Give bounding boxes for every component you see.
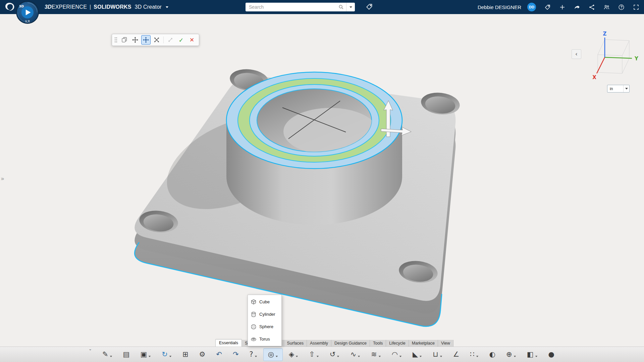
caret-down-icon (378, 356, 380, 357)
search-scope-dropdown[interactable] (346, 3, 355, 11)
toolbar-draft-button[interactable]: ∠ (448, 348, 464, 361)
avatar[interactable]: DD (527, 3, 536, 11)
chevron-down-icon[interactable] (166, 6, 168, 8)
confirm-button[interactable]: ✓ (176, 35, 186, 45)
user-name[interactable]: Debbie DESIGNER (478, 4, 521, 10)
axis-z-label: Z (603, 31, 607, 37)
caret-down-icon (358, 356, 360, 357)
menu-item-torus[interactable]: Torus (248, 333, 281, 345)
tag-icon[interactable] (366, 3, 373, 12)
sweep-icon: ∿ (350, 351, 356, 358)
share-nodes-icon[interactable] (588, 4, 595, 10)
toolbar-sketch-button[interactable]: ✎ (98, 348, 117, 361)
help-icon[interactable] (618, 4, 625, 10)
caret-down-icon (440, 356, 442, 357)
toolbar-redo-button[interactable]: ↷ (228, 348, 244, 361)
compass[interactable]: 3D V,R (16, 1, 39, 24)
view-triad[interactable]: Z Y X (592, 31, 639, 80)
product-name: SOLIDWORKS (94, 4, 131, 10)
search-input[interactable] (246, 4, 337, 10)
fillet-icon: ◠ (392, 351, 398, 358)
caret-down-icon (337, 356, 339, 357)
tab-marketplace[interactable]: Marketplace (409, 340, 438, 347)
toolbar-extrude-button[interactable]: ⇧ (304, 348, 324, 361)
toolbar-material-button[interactable]: ● (544, 348, 559, 361)
tab-tools[interactable]: Tools (370, 340, 386, 347)
share-icon[interactable] (574, 4, 580, 10)
toolbar-pattern-button[interactable]: ∷ (465, 348, 483, 361)
tag-icon[interactable] (544, 4, 551, 10)
menu-item-cylinder[interactable]: Cylinder (248, 308, 281, 320)
brand-divider: | (90, 4, 91, 10)
toolbar-export-button[interactable]: ⊞ (178, 348, 193, 361)
update-icon: ↻ (162, 351, 168, 358)
extrude-icon: ⇧ (309, 351, 315, 358)
compass-vr-label: V,R (25, 20, 30, 23)
toolbar-combine-button[interactable]: ⊕ (501, 348, 521, 361)
sketch-icon: ✎ (102, 351, 108, 358)
toolbar-mirror-button[interactable]: ◐ (485, 348, 500, 361)
toolbar-loft-button[interactable]: ≋ (366, 348, 386, 361)
triad-cube-wireframe (598, 40, 629, 73)
caret-down-icon (149, 356, 151, 357)
gear-icon: ⚙ (199, 351, 206, 358)
app-title[interactable]: 3DEXPERIENCE | SOLIDWORKS 3D Creator (45, 0, 168, 14)
tab-assembly[interactable]: Assembly (307, 340, 331, 347)
expand-toolbar-icon (166, 35, 175, 45)
toolbar-settings-button[interactable]: ⚙ (195, 348, 210, 361)
tab-essentials[interactable]: Essentials (215, 339, 242, 347)
toolbar-update-button[interactable]: ↻ (157, 348, 176, 361)
cancel-button[interactable]: ✕ (187, 35, 197, 45)
3d-viewport[interactable]: Z Y X (0, 0, 644, 362)
search-icon[interactable] (337, 4, 345, 10)
brand-prefix: 3D (45, 4, 52, 10)
collaboration-icon[interactable] (603, 4, 610, 10)
toolbar-revolve-button[interactable]: ↺ (325, 348, 344, 361)
toolbar-design-library-button[interactable]: ▤ (118, 348, 135, 361)
top-bar: 3DEXPERIENCE | SOLIDWORKS 3D Creator Deb… (0, 0, 644, 14)
copy-geometry-button[interactable] (120, 35, 129, 45)
collapse-action-bar-button[interactable]: ⌄ (89, 347, 92, 351)
tab-view[interactable]: View (438, 340, 453, 347)
fullscreen-icon[interactable] (633, 4, 639, 10)
toolbar-shell-button[interactable]: ⊔ (428, 348, 447, 361)
shell-icon: ⊔ (433, 351, 438, 358)
axis-x (597, 57, 605, 73)
mirror-icon: ◐ (489, 351, 495, 358)
menu-item-cube[interactable]: Cube (248, 296, 281, 308)
move-button[interactable] (130, 35, 140, 45)
caret-down-icon (420, 356, 422, 357)
collapse-panel-button[interactable]: ‹ (572, 49, 581, 59)
toolbar-sweep-button[interactable]: ∿ (345, 348, 365, 361)
add-icon[interactable] (559, 4, 566, 10)
tab-surfaces[interactable]: Surfaces (284, 340, 307, 347)
toolbar-help-button[interactable]: ? (245, 348, 262, 361)
menu-item-label: Cylinder (259, 312, 275, 317)
draft-icon: ∠ (453, 351, 460, 358)
design-library-icon: ▤ (123, 351, 130, 358)
save-icon: ▣ (140, 351, 147, 358)
selection-rings[interactable] (226, 72, 402, 169)
toolbar-fillet-button[interactable]: ◠ (387, 348, 407, 361)
toolbar-primitives-button[interactable]: ◎ (263, 348, 283, 361)
3ds-logo-icon[interactable] (4, 2, 15, 12)
free-transform-button[interactable] (152, 35, 161, 45)
move-xyz-button[interactable] (141, 35, 151, 45)
tab-design-guidance[interactable]: Design Guidance (331, 340, 370, 347)
cube-icon: ◈ (289, 351, 294, 358)
menu-item-sphere[interactable]: Sphere (248, 320, 281, 333)
toolbar-split-button[interactable]: ◧ (522, 348, 542, 361)
revolve-icon: ↺ (330, 351, 336, 358)
caret-down-icon (535, 356, 537, 357)
axis-y (605, 57, 632, 58)
toolbar-cube-button[interactable]: ◈ (284, 348, 303, 361)
help-icon: ? (250, 351, 253, 358)
toolbar-chamfer-button[interactable]: ◣ (408, 348, 427, 361)
units-dropdown[interactable]: in (607, 85, 630, 93)
toolbar-save-button[interactable]: ▣ (136, 348, 156, 361)
toolbar-undo-button[interactable]: ↶ (211, 348, 227, 361)
expand-left-panel-button[interactable]: » (1, 175, 4, 182)
drag-handle-icon[interactable] (114, 37, 117, 43)
tab-lifecycle[interactable]: Lifecycle (386, 340, 409, 347)
primitives-menu: Cube Cylinder Sphere Torus (248, 295, 282, 346)
